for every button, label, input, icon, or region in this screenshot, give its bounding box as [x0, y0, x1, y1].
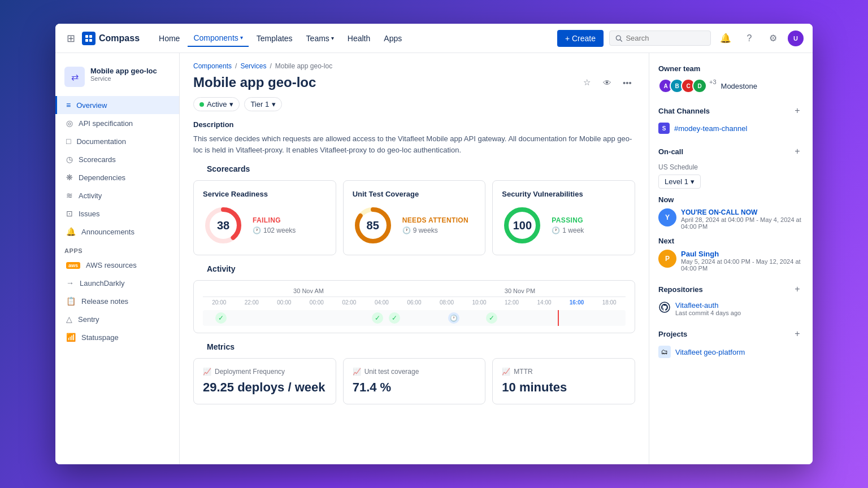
sidebar-item-statuspage[interactable]: 📶 Statuspage — [55, 328, 179, 346]
right-panel: Owner team A B C D +3 Modestone Chat Cha — [649, 53, 813, 464]
trend-icon-1: 📈 — [203, 368, 211, 376]
add-project-button[interactable]: + — [791, 328, 804, 340]
activity-section: Activity 30 Nov AM 30 Nov PM 20:00 22:00… — [180, 264, 649, 342]
scorecard-status-3: PASSING 🕐 1 week — [552, 216, 584, 234]
add-repo-button[interactable]: + — [791, 283, 804, 295]
more-options-icon[interactable]: ••• — [619, 75, 635, 90]
circle-chart-3: 100 — [502, 205, 542, 246]
oncall-next-item: P Paul Singh May 5, 2024 at 04:00 PM - M… — [658, 250, 804, 272]
nav-home[interactable]: Home — [153, 30, 185, 46]
add-oncall-button[interactable]: + — [791, 145, 804, 158]
projects-header: Projects + — [658, 328, 804, 340]
owner-name[interactable]: Modestone — [721, 82, 757, 90]
metric-deployment-freq[interactable]: 📈 Deployment Frequency 29.25 deploys / w… — [193, 358, 336, 404]
star-icon[interactable]: ☆ — [579, 75, 594, 90]
sidebar-item-launchdarkly[interactable]: → LaunchDarkly — [55, 274, 179, 292]
scorecard-body-3: 100 PASSING 🕐 1 week — [502, 205, 626, 246]
scorecard-service-readiness[interactable]: Service Readiness 38 FAILING — [193, 180, 336, 255]
sidebar-item-sentry[interactable]: △ Sentry — [55, 310, 179, 328]
sidebar-item-release-notes[interactable]: 📋 Release notes — [55, 292, 179, 310]
scorecard-security[interactable]: Security Vulnerabilities 100 PASSING — [492, 180, 635, 255]
settings-icon[interactable]: ⚙ — [764, 29, 782, 47]
tier-chevron-icon: ▾ — [272, 100, 276, 108]
active-label: Active — [207, 100, 227, 108]
timeline-ticks: 20:00 22:00 00:00 00:00 02:00 04:00 06:0… — [203, 299, 626, 306]
scorecard-unit-test[interactable]: Unit Test Coverage 85 NEEDS ATTENTION — [343, 180, 486, 255]
activity-icon: ≋ — [66, 191, 73, 200]
status-label-1: FAILING — [253, 216, 296, 224]
logo[interactable]: Compass — [82, 32, 140, 45]
chat-channels-header: Chat Channels + — [658, 104, 804, 117]
create-button[interactable]: + Create — [557, 30, 604, 47]
metric-mttr[interactable]: 📈 MTTR 10 minutes — [492, 358, 635, 404]
sidebar-item-docs[interactable]: □ Documentation — [55, 132, 179, 150]
oncall-header: On-call + — [658, 145, 804, 158]
chat-channels-title: Chat Channels — [658, 107, 710, 115]
clock-icon: 🕐 — [253, 226, 261, 234]
aws-icon: aws — [66, 262, 80, 269]
breadcrumb-services[interactable]: Services — [240, 62, 266, 70]
metric-header-3: 📈 MTTR — [502, 368, 626, 376]
dependencies-icon: ❋ — [66, 173, 73, 182]
description-section: Description This service decides which r… — [180, 120, 649, 164]
sidebar-item-issues[interactable]: ⊡ Issues — [55, 204, 179, 223]
status-active-badge[interactable]: Active ▾ — [193, 97, 240, 111]
nav-apps[interactable]: Apps — [378, 30, 407, 46]
timeline-pm-label: 30 Nov PM — [414, 287, 626, 297]
tier-label: Tier 1 — [250, 100, 269, 108]
now-label: Now — [658, 195, 804, 204]
nav-templates[interactable]: Templates — [251, 30, 298, 46]
launchdarkly-icon: → — [66, 278, 74, 287]
search-input[interactable] — [626, 34, 705, 42]
breadcrumb-components[interactable]: Components — [193, 62, 232, 70]
repo-item-1: Vitafleet-auth Last commit 4 days ago — [658, 301, 804, 316]
nav-components[interactable]: Components ▾ — [188, 30, 248, 47]
logo-text: Compass — [99, 33, 140, 43]
sidebar-item-activity[interactable]: ≋ Activity — [55, 186, 179, 204]
level-dropdown[interactable]: Level 1 ▾ — [658, 175, 701, 189]
chat-channels-section: Chat Channels + S #modey-team-channel — [658, 104, 804, 134]
status-label-3: PASSING — [552, 216, 584, 224]
status-weeks-2: 🕐 9 weeks — [402, 226, 468, 234]
status-weeks-1: 🕐 102 weeks — [253, 226, 296, 234]
repositories-section: Repositories + Vitafleet-auth Last commi… — [658, 283, 804, 316]
search-box[interactable] — [609, 30, 711, 46]
sidebar-item-announcements[interactable]: 🔔 Announcements — [55, 223, 179, 241]
tier-badge[interactable]: Tier 1 ▾ — [244, 97, 282, 111]
timeline-events: ✓ ✓ ✓ 🕐 ✓ — [203, 310, 626, 326]
activity-section-title: Activity — [193, 264, 635, 280]
nav-health[interactable]: Health — [342, 30, 376, 46]
grid-icon[interactable]: ⊞ — [64, 30, 77, 47]
event-dot-4: 🕐 — [448, 312, 459, 324]
oncall-now-info: YOU'RE ON-CALL NOW April 28, 2024 at 04:… — [681, 208, 804, 230]
sidebar-item-api[interactable]: ◎ API specification — [55, 114, 179, 132]
statuspage-icon: 📶 — [66, 333, 76, 342]
docs-icon: □ — [66, 137, 71, 146]
oncall-title: On-call — [658, 147, 683, 156]
service-icon: ⇄ — [64, 67, 85, 87]
repo-name-1[interactable]: Vitafleet-auth — [675, 301, 741, 310]
svg-line-5 — [620, 40, 622, 41]
eye-icon[interactable]: 👁 — [599, 75, 615, 90]
top-nav: ⊞ Compass Home Components ▾ Templates Te… — [55, 24, 813, 53]
sidebar-item-overview[interactable]: ≡ Overview — [55, 96, 179, 114]
channel-item[interactable]: S #modey-team-channel — [658, 123, 804, 134]
sidebar-item-aws[interactable]: aws AWS resources — [55, 256, 179, 274]
sidebar-item-dependencies[interactable]: ❋ Dependencies — [55, 168, 179, 186]
project-name-1[interactable]: Vitafleet geo-platform — [675, 348, 745, 356]
channel-name: #modey-team-channel — [674, 124, 747, 133]
scorecards-grid: Service Readiness 38 FAILING — [193, 180, 635, 255]
help-icon[interactable]: ? — [740, 29, 758, 47]
slack-icon: S — [658, 123, 670, 134]
nav-teams[interactable]: Teams ▾ — [301, 30, 340, 46]
activity-timeline: 30 Nov AM 30 Nov PM 20:00 22:00 00:00 00… — [193, 280, 635, 333]
user-avatar[interactable]: U — [788, 30, 804, 46]
svg-point-12 — [659, 302, 670, 312]
sidebar-item-scorecards[interactable]: ◷ Scorecards — [55, 150, 179, 168]
next-label: Next — [658, 237, 804, 245]
metric-test-coverage[interactable]: 📈 Unit test coverage 71.4 % — [343, 358, 486, 404]
add-channel-button[interactable]: + — [791, 104, 804, 117]
notifications-icon[interactable]: 🔔 — [717, 29, 735, 47]
oncall-now-item: Y YOU'RE ON-CALL NOW April 28, 2024 at 0… — [658, 208, 804, 230]
scorecard-title-3: Security Vulnerabilities — [502, 190, 626, 198]
